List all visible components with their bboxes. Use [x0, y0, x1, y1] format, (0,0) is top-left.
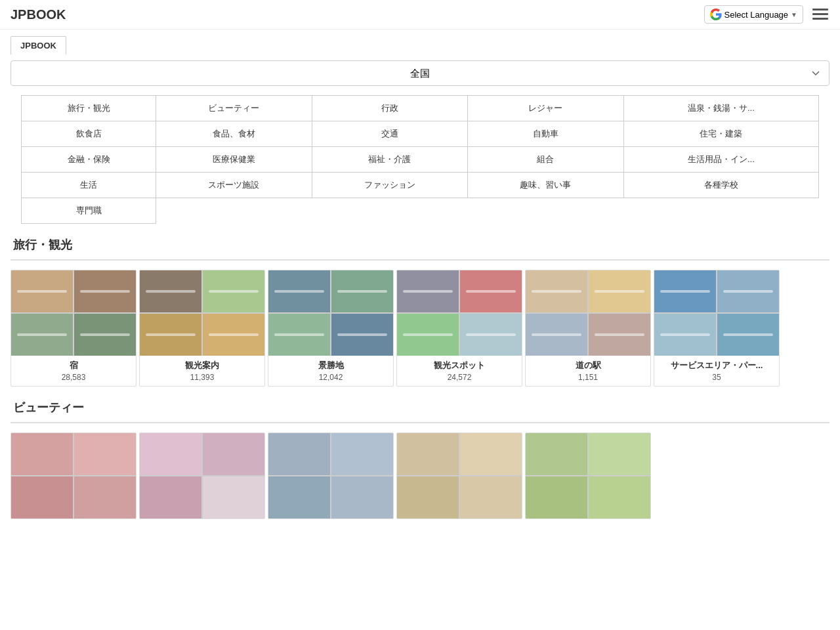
category-cell[interactable]: 趣味、習い事 — [468, 173, 624, 198]
card-thumbnail — [268, 433, 393, 518]
section-travel: 旅行・観光 宿28,583観光案内11,393景勝地12,042観光スポット24… — [10, 237, 830, 387]
list-icon — [811, 7, 830, 22]
card-keisho[interactable]: 景勝地12,042 — [268, 270, 394, 387]
category-cell[interactable] — [156, 198, 312, 224]
category-cell[interactable]: ビューティー — [156, 96, 312, 121]
category-cell[interactable]: 自動車 — [468, 121, 624, 147]
category-cell[interactable] — [312, 198, 468, 224]
thumb-cell — [589, 314, 650, 356]
category-cell[interactable]: 福祉・介護 — [312, 147, 468, 173]
card-name: 宿 — [16, 360, 131, 371]
category-cell[interactable]: 行政 — [312, 96, 468, 121]
thumb-cell — [526, 270, 587, 312]
thumb-cell — [74, 270, 136, 312]
section-beauty: ビューティー — [10, 400, 830, 519]
thumb-cell — [460, 270, 522, 312]
card-thumbnail — [397, 433, 522, 518]
thumb-cell — [203, 270, 264, 312]
tab-jpbook[interactable]: JPBOOK — [10, 36, 66, 55]
category-cell[interactable]: 旅行・観光 — [22, 96, 156, 121]
card-service[interactable]: サービスエリア・パー...35 — [654, 270, 780, 387]
card-beauty-5[interactable] — [525, 432, 651, 519]
category-cell[interactable]: 生活用品・イン... — [623, 147, 818, 173]
category-cell[interactable]: 金融・保険 — [22, 147, 156, 173]
category-cell[interactable]: 飲食店 — [22, 121, 156, 147]
header-actions: Select Language ▼ — [704, 5, 830, 24]
thumb-cell — [717, 314, 779, 356]
translate-button[interactable]: Select Language ▼ — [704, 5, 804, 24]
thumb-cell — [717, 270, 779, 312]
card-beauty-2[interactable] — [139, 432, 265, 519]
card-grid-beauty — [10, 432, 830, 519]
google-icon — [710, 9, 722, 20]
thumb-cell — [526, 314, 587, 356]
category-section: 旅行・観光ビューティー行政レジャー温泉・銭湯・サ...飲食店食品、食材交通自動車… — [10, 95, 830, 224]
section-title-beauty: ビューティー — [10, 400, 830, 415]
card-beauty-4[interactable] — [396, 432, 522, 519]
category-cell[interactable]: 交通 — [312, 121, 468, 147]
section-title-travel: 旅行・観光 — [10, 237, 830, 253]
card-name: 観光案内 — [145, 360, 259, 371]
thumb-cell — [268, 476, 330, 518]
tab-bar: JPBOOK — [10, 36, 830, 55]
card-name: 道の駅 — [531, 360, 645, 371]
thumb-cell — [460, 433, 522, 475]
thumb-cell — [331, 270, 393, 312]
thumb-cell — [460, 476, 522, 518]
category-cell[interactable]: 専門職 — [22, 198, 156, 224]
beauty-preview-row — [10, 432, 651, 519]
card-thumbnail — [526, 270, 650, 356]
category-cell[interactable]: 各種学校 — [623, 173, 818, 198]
category-table: 旅行・観光ビューティー行政レジャー温泉・銭湯・サ...飲食店食品、食材交通自動車… — [21, 95, 819, 224]
thumb-cell — [203, 476, 264, 518]
section-divider-travel — [10, 259, 830, 261]
category-cell[interactable]: 生活 — [22, 173, 156, 198]
card-name: サービスエリア・パー... — [660, 360, 774, 371]
card-count: 1,151 — [531, 373, 645, 382]
category-cell[interactable]: 医療保健業 — [156, 147, 312, 173]
thumb-cell — [654, 270, 716, 312]
category-cell[interactable]: 住宅・建築 — [623, 121, 818, 147]
translate-label: Select Language — [724, 10, 789, 20]
thumb-cell — [397, 314, 459, 356]
category-cell[interactable]: 温泉・銭湯・サ... — [623, 96, 818, 121]
thumb-cell — [268, 314, 330, 356]
category-cell[interactable]: 食品、食材 — [156, 121, 312, 147]
thumb-cell — [397, 433, 459, 475]
card-thumbnail — [11, 433, 136, 518]
thumb-cell — [140, 270, 201, 312]
svg-rect-1 — [812, 13, 828, 15]
card-grid-travel: 宿28,583観光案内11,393景勝地12,042観光スポット24,572道の… — [10, 270, 830, 387]
category-cell[interactable]: ファッション — [312, 173, 468, 198]
thumb-cell — [397, 270, 459, 312]
category-cell[interactable] — [468, 198, 624, 224]
list-view-button[interactable] — [811, 7, 830, 22]
card-thumbnail — [526, 433, 650, 518]
thumb-cell — [11, 314, 73, 356]
thumb-cell — [526, 476, 587, 518]
thumb-cell — [268, 270, 330, 312]
card-beauty-1[interactable] — [10, 432, 136, 519]
card-spot[interactable]: 観光スポット24,572 — [396, 270, 522, 387]
card-thumbnail — [140, 270, 264, 356]
category-cell[interactable] — [623, 198, 818, 224]
card-inn[interactable]: 宿28,583 — [10, 270, 136, 387]
thumb-cell — [11, 433, 73, 475]
thumb-cell — [140, 433, 201, 475]
thumb-cell — [331, 433, 393, 475]
category-cell[interactable]: スポーツ施設 — [156, 173, 312, 198]
card-kanko[interactable]: 観光案内11,393 — [139, 270, 265, 387]
card-count: 24,572 — [402, 373, 516, 382]
category-cell[interactable]: 組合 — [468, 147, 624, 173]
thumb-cell — [203, 433, 264, 475]
region-select[interactable]: 全国 北海道 東北 関東 中部 近畿 中国 四国 九州・沖縄 — [10, 60, 830, 86]
card-beauty-3[interactable] — [268, 432, 394, 519]
thumb-cell — [140, 476, 201, 518]
thumb-cell — [526, 433, 587, 475]
category-cell[interactable]: レジャー — [468, 96, 624, 121]
card-michi[interactable]: 道の駅1,151 — [525, 270, 651, 387]
thumb-cell — [460, 314, 522, 356]
card-count: 28,583 — [16, 373, 131, 382]
thumb-cell — [589, 270, 650, 312]
card-thumbnail — [654, 270, 779, 356]
